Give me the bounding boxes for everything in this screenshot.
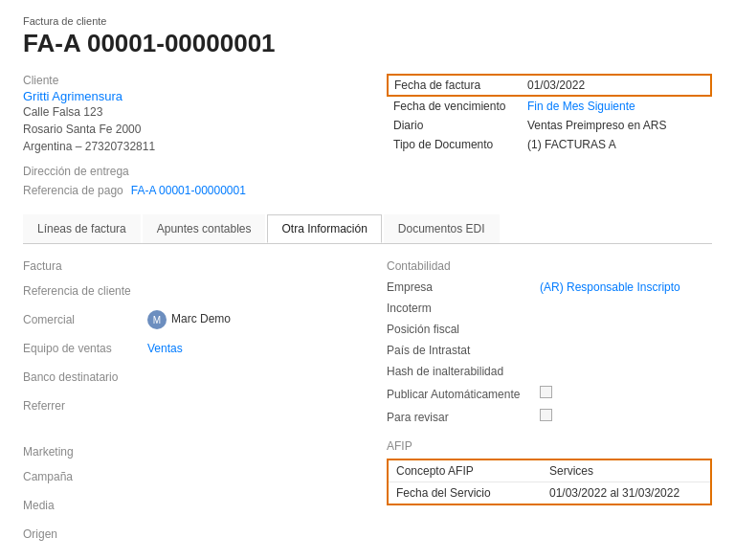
top-section: Cliente Gritti Agrimensura Calle Falsa 1…: [23, 74, 712, 197]
origen-label: Origen: [23, 527, 147, 541]
left-column: Factura Referencia de cliente Comercial …: [23, 259, 348, 552]
right-column: Contabilidad Empresa (AR) Responsable In…: [387, 259, 712, 552]
empresa-label: Empresa: [387, 280, 540, 294]
ref-cliente-row: Referencia de cliente: [23, 280, 348, 302]
tipo-doc-row: Tipo de Documento (1) FACTURAS A: [388, 135, 711, 154]
comercial-avatar: M: [147, 310, 167, 329]
para-revisar-row: Para revisar: [387, 409, 712, 424]
tab-otra-info[interactable]: Otra Información: [267, 214, 381, 243]
campana-label: Campaña: [23, 470, 147, 483]
payment-ref-value[interactable]: FA-A 00001-00000001: [131, 184, 246, 197]
publicar-row: Publicar Automáticamente: [387, 386, 712, 401]
tabs-row: Líneas de factura Apuntes contables Otra…: [23, 214, 712, 244]
tipo-doc-value: (1) FACTURAS A: [522, 135, 711, 154]
invoice-title: FA-A 00001-00000001: [23, 29, 712, 58]
para-revisar-label: Para revisar: [387, 411, 540, 424]
tipo-doc-label: Tipo de Documento: [388, 135, 522, 154]
fecha-servicio-row: Fecha del Servicio 01/03/2022 al 31/03/2…: [389, 482, 710, 504]
fecha-servicio-label: Fecha del Servicio: [396, 486, 549, 500]
incoterm-row: Incoterm: [387, 302, 712, 315]
factura-section-title: Factura: [23, 259, 348, 273]
equipo-value[interactable]: Ventas: [147, 342, 348, 355]
invoice-label: Factura de cliente: [23, 15, 712, 27]
concepto-afip-row: Concepto AFIP Services: [389, 460, 710, 482]
marketing-section: Marketing Campaña Media Origen: [23, 445, 348, 545]
payment-ref-row: Referencia de pago FA-A 00001-00000001: [23, 184, 387, 197]
vencimiento-row: Fecha de vencimiento Fin de Mes Siguient…: [388, 96, 711, 116]
afip-title: AFIP: [387, 439, 712, 453]
client-address-line1: Calle Falsa 123: [23, 103, 387, 121]
fecha-factura-label: Fecha de factura: [388, 75, 522, 96]
afip-highlighted-block: Concepto AFIP Services Fecha del Servici…: [387, 459, 712, 505]
media-row: Media: [23, 495, 348, 516]
campana-row: Campaña: [23, 466, 348, 487]
hash-row: Hash de inalterabilidad: [387, 365, 712, 378]
equipo-row: Equipo de ventas Ventas: [23, 338, 348, 359]
fecha-factura-value: 01/03/2022: [522, 75, 711, 96]
publicar-label: Publicar Automáticamente: [387, 388, 540, 401]
marketing-title: Marketing: [23, 445, 348, 459]
vencimiento-label: Fecha de vencimiento: [388, 96, 522, 116]
diario-row: Diario Ventas Preimpreso en ARS: [388, 116, 711, 135]
client-block: Cliente Gritti Agrimensura Calle Falsa 1…: [23, 74, 387, 197]
incoterm-label: Incoterm: [387, 302, 540, 315]
page-container: Factura de cliente FA-A 00001-00000001 C…: [0, 0, 735, 560]
concepto-afip-value: Services: [549, 464, 593, 478]
empresa-value[interactable]: (AR) Responsable Inscripto: [540, 280, 712, 294]
hash-label: Hash de inalterabilidad: [387, 365, 540, 378]
concepto-afip-label: Concepto AFIP: [396, 464, 549, 478]
afip-section: AFIP Concepto AFIP Services Fecha del Se…: [387, 439, 712, 505]
payment-ref-label: Referencia de pago: [23, 184, 123, 197]
equipo-label: Equipo de ventas: [23, 342, 147, 355]
empresa-row: Empresa (AR) Responsable Inscripto: [387, 280, 712, 294]
referrer-row: Referrer: [23, 395, 348, 416]
para-revisar-checkbox[interactable]: [540, 409, 712, 424]
posicion-label: Posición fiscal: [387, 323, 540, 336]
main-content: Factura Referencia de cliente Comercial …: [23, 259, 712, 552]
comercial-value[interactable]: MMarc Demo: [147, 310, 348, 329]
delivery-label: Dirección de entrega: [23, 165, 387, 178]
vencimiento-value[interactable]: Fin de Mes Siguiente: [522, 96, 711, 116]
tab-apuntes[interactable]: Apuntes contables: [143, 214, 266, 243]
origen-row: Origen: [23, 524, 348, 545]
client-address-line3: Argentina – 27320732811: [23, 138, 387, 155]
client-label: Cliente: [23, 74, 387, 87]
tab-edi[interactable]: Documentos EDI: [384, 214, 500, 243]
publicar-checkbox-box[interactable]: [540, 386, 552, 398]
comercial-label: Comercial: [23, 313, 147, 326]
contabilidad-title: Contabilidad: [387, 259, 712, 273]
media-label: Media: [23, 499, 147, 512]
pais-label: País de Intrastat: [387, 344, 540, 357]
info-table: Fecha de factura 01/03/2022 Fecha de ven…: [387, 74, 712, 154]
tab-lineas[interactable]: Líneas de factura: [23, 214, 141, 243]
banco-label: Banco destinatario: [23, 370, 147, 384]
diario-label: Diario: [388, 116, 522, 135]
comercial-row: Comercial MMarc Demo: [23, 309, 348, 330]
fecha-factura-row: Fecha de factura 01/03/2022: [388, 75, 711, 96]
fecha-servicio-value: 01/03/2022 al 31/03/2022: [549, 486, 679, 500]
publicar-checkbox[interactable]: [540, 386, 712, 401]
diario-value: Ventas Preimpreso en ARS: [522, 116, 711, 135]
pais-row: País de Intrastat: [387, 344, 712, 357]
right-info-block: Fecha de factura 01/03/2022 Fecha de ven…: [387, 74, 712, 197]
posicion-row: Posición fiscal: [387, 323, 712, 336]
referrer-label: Referrer: [23, 399, 147, 413]
ref-cliente-label: Referencia de cliente: [23, 284, 147, 298]
para-revisar-checkbox-box[interactable]: [540, 409, 552, 421]
client-name[interactable]: Gritti Agrimensura: [23, 89, 387, 103]
client-address-line2: Rosario Santa Fe 2000: [23, 121, 387, 138]
banco-row: Banco destinatario: [23, 367, 348, 388]
